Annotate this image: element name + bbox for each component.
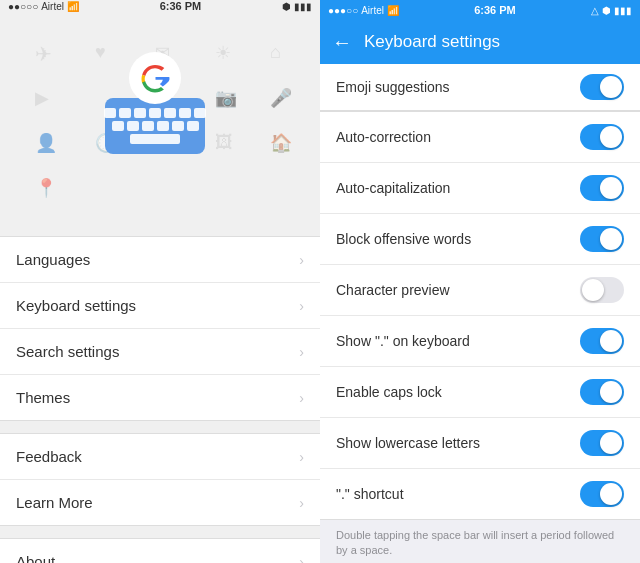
menu-item-feedback[interactable]: Feedback › (0, 434, 320, 480)
toggle-knob-character-preview (582, 279, 604, 301)
location-icon: △ (591, 5, 599, 16)
key (134, 108, 146, 118)
key (172, 121, 184, 131)
bg-icon-map: 📍 (35, 177, 57, 199)
space-key (130, 134, 180, 144)
key-row-1 (104, 108, 206, 118)
header-bar: ← Keyboard settings (320, 20, 640, 64)
bg-icon-person: 👤 (35, 132, 57, 154)
toggle-auto-correction[interactable] (580, 124, 624, 150)
status-right-right-icons: △ ⬢ ▮▮▮ (591, 5, 632, 16)
toggle-enable-caps-lock[interactable] (580, 379, 624, 405)
settings-row-block-offensive: Block offensive words (320, 214, 640, 265)
toggle-emoji-suggestions[interactable] (580, 74, 624, 100)
languages-label: Languages (16, 251, 90, 268)
settings-row-enable-caps-lock: Enable caps lock (320, 367, 640, 418)
time-right: 6:36 PM (474, 4, 516, 16)
bluetooth-icon-left: ⬢ (282, 1, 291, 12)
toggle-knob-block-offensive (600, 228, 622, 250)
keyboard-settings-section: Auto-correction Auto-capitalization Bloc… (320, 111, 640, 520)
toggle-block-offensive-words[interactable] (580, 226, 624, 252)
key (164, 108, 176, 118)
status-bar-left: ●●○○○ Airtel 📶 6:36 PM ⬢ ▮▮▮ (0, 0, 320, 12)
status-right-icons-left: ⬢ ▮▮▮ (282, 1, 312, 12)
bg-icon-play: ▶ (35, 87, 49, 109)
main-menu-section: Languages › Keyboard settings › Search s… (0, 236, 320, 421)
status-right-left-icons: ●●●○○ Airtel 📶 (328, 5, 399, 16)
toggle-shortcut[interactable] (580, 481, 624, 507)
settings-row-show-on-keyboard: Show "." on keyboard (320, 316, 640, 367)
character-preview-label: Character preview (336, 282, 580, 298)
bg-icon-sun: ☀ (215, 42, 231, 64)
feedback-label: Feedback (16, 448, 82, 465)
right-panel: ●●●○○ Airtel 📶 6:36 PM △ ⬢ ▮▮▮ ← Keyboar… (320, 0, 640, 563)
auto-capitalization-label: Auto-capitalization (336, 180, 580, 196)
chevron-keyboard-settings: › (299, 298, 304, 314)
key (194, 108, 206, 118)
learn-more-label: Learn More (16, 494, 93, 511)
header-title: Keyboard settings (364, 32, 500, 52)
key (142, 121, 154, 131)
bg-icon-photo: 🖼 (215, 132, 233, 153)
menu-item-keyboard-settings[interactable]: Keyboard settings › (0, 283, 320, 329)
menu-item-themes[interactable]: Themes › (0, 375, 320, 420)
settings-row-auto-capitalization: Auto-capitalization (320, 163, 640, 214)
gboard-icon (105, 52, 205, 154)
toggle-show-lowercase[interactable] (580, 430, 624, 456)
key (157, 121, 169, 131)
toggle-knob-shortcut (600, 483, 622, 505)
menu-item-languages[interactable]: Languages › (0, 237, 320, 283)
emoji-suggestions-label: Emoji suggestions (336, 79, 580, 95)
status-left-icons: ●●○○○ Airtel 📶 (8, 1, 79, 12)
menu-item-learn-more[interactable]: Learn More › (0, 480, 320, 525)
key (127, 121, 139, 131)
bg-icon-home: ⌂ (270, 42, 281, 63)
chevron-learn-more: › (299, 495, 304, 511)
toggle-knob-emoji (600, 76, 622, 98)
toggle-auto-capitalization[interactable] (580, 175, 624, 201)
chevron-languages: › (299, 252, 304, 268)
signal-dots: ●●○○○ (8, 1, 38, 12)
settings-row-show-lowercase: Show lowercase letters (320, 418, 640, 469)
key (179, 108, 191, 118)
svg-point-0 (129, 52, 181, 104)
toggle-knob-auto-capitalization (600, 177, 622, 199)
keyboard-settings-label: Keyboard settings (16, 297, 136, 314)
key (119, 108, 131, 118)
show-on-keyboard-label: Show "." on keyboard (336, 333, 580, 349)
status-bar-right: ●●●○○ Airtel 📶 6:36 PM △ ⬢ ▮▮▮ (320, 0, 640, 20)
signal-dots-right: ●●●○○ (328, 5, 358, 16)
key-row-2 (112, 121, 199, 131)
about-menu-section: About › (0, 538, 320, 563)
bg-icon-plane: ✈ (35, 42, 52, 66)
secondary-menu-section: Feedback › Learn More › (0, 433, 320, 526)
key-row-3 (130, 134, 180, 144)
toggle-knob-auto-correction (600, 126, 622, 148)
wifi-icon: 📶 (67, 1, 79, 12)
battery-icon-left: ▮▮▮ (294, 1, 312, 12)
shortcut-label: "." shortcut (336, 486, 580, 502)
toggle-knob-show-lowercase (600, 432, 622, 454)
toggle-character-preview[interactable] (580, 277, 624, 303)
block-offensive-words-label: Block offensive words (336, 231, 580, 247)
about-label: About (16, 553, 55, 563)
chevron-search-settings: › (299, 344, 304, 360)
bg-icon-camera: 📷 (215, 87, 237, 109)
chevron-themes: › (299, 390, 304, 406)
google-g-icon (129, 52, 181, 104)
settings-row-shortcut: "." shortcut (320, 469, 640, 519)
keyboard-body (105, 98, 205, 154)
battery-icon-right: ▮▮▮ (614, 5, 632, 16)
back-button[interactable]: ← (332, 31, 352, 54)
menu-item-about[interactable]: About › (0, 539, 320, 563)
key (104, 108, 116, 118)
toggle-show-on-keyboard[interactable] (580, 328, 624, 354)
chevron-feedback: › (299, 449, 304, 465)
menu-item-search-settings[interactable]: Search settings › (0, 329, 320, 375)
bg-icon-flag: 🏠 (270, 132, 292, 154)
left-panel: ●●○○○ Airtel 📶 6:36 PM ⬢ ▮▮▮ ✈ ♥ ✉ ☀ ⌂ ▶… (0, 0, 320, 563)
bluetooth-icon-right: ⬢ (602, 5, 611, 16)
search-settings-label: Search settings (16, 343, 119, 360)
settings-row-auto-correction: Auto-correction (320, 112, 640, 163)
show-lowercase-label: Show lowercase letters (336, 435, 580, 451)
